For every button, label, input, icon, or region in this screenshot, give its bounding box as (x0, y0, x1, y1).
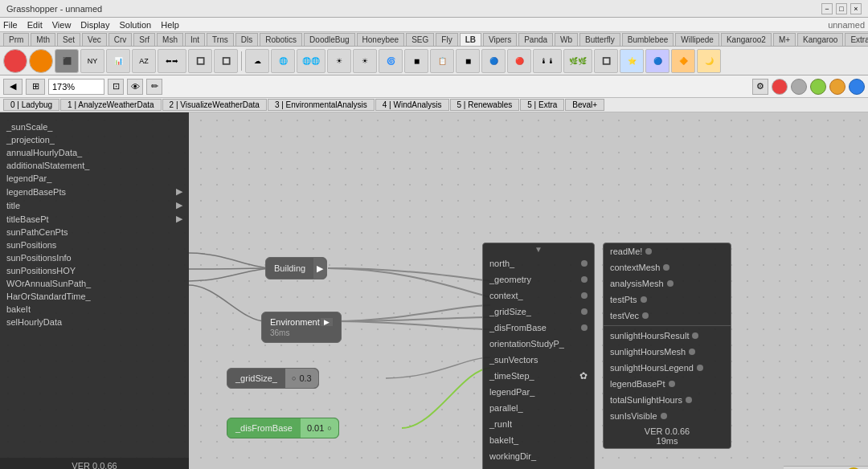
blue-button[interactable] (849, 79, 865, 95)
tab-msh[interactable]: Msh (157, 33, 183, 46)
tab-kangaroo[interactable]: Kangaroo (797, 33, 843, 46)
left-item-addlstatement[interactable]: additionalStatement_ (0, 159, 189, 172)
orange-button[interactable] (829, 79, 845, 95)
icon-red-circle[interactable] (3, 49, 27, 73)
zoom-expand-button[interactable]: ⊡ (108, 79, 124, 95)
canvas-tab-beval[interactable]: Beval+ (565, 99, 604, 111)
icon-17[interactable]: 🔵 (481, 49, 506, 73)
window-controls[interactable]: − □ × (821, 3, 862, 14)
icon-5[interactable]: ⬅➡ (158, 49, 186, 73)
tab-vec[interactable]: Vec (82, 33, 107, 46)
icon-15[interactable]: 📋 (430, 49, 454, 73)
left-item-harorstandardtime[interactable]: HarOrStandardTime_ (0, 290, 189, 303)
tab-panda[interactable]: Panda (518, 33, 553, 46)
left-item-projection[interactable]: _projection_ (0, 133, 189, 146)
tab-int[interactable]: Int (185, 33, 205, 46)
tab-mth[interactable]: Mth (31, 33, 55, 46)
view-eye-button[interactable]: 👁 (127, 79, 143, 95)
canvas-tab-visualizeweather[interactable]: 2 | VisualizeWeatherData (162, 99, 267, 111)
icon-6[interactable]: 🔲 (188, 49, 212, 73)
left-item-sunsclale[interactable]: _sunScale_ (0, 120, 189, 133)
gridsize-input-area[interactable]: ○ 0.3 (285, 369, 318, 388)
green-button[interactable] (810, 79, 826, 95)
icon-21[interactable]: 🔲 (594, 49, 618, 73)
icon-12[interactable]: ☀ (353, 49, 377, 73)
tab-wb[interactable]: Wb (555, 33, 578, 46)
icon-22[interactable]: ⭐ (620, 49, 644, 73)
tab-trns[interactable]: Trns (207, 33, 234, 46)
menu-view[interactable]: View (52, 20, 72, 30)
stop-button[interactable] (772, 79, 788, 95)
icon-2[interactable]: NY (80, 49, 104, 73)
settings-button[interactable]: ⚙ (752, 79, 768, 95)
nav-grid-button[interactable]: ⊞ (26, 79, 45, 95)
icon-10[interactable]: 🌐🌐 (297, 49, 326, 73)
disfrombase-node[interactable]: _disFromBase 0.01 ○ (227, 418, 339, 438)
left-item-selhourlydata[interactable]: selHourlyData (0, 316, 189, 328)
icon-16[interactable]: ◼ (456, 49, 480, 73)
canvas-tab-wind[interactable]: 4 | WindAnalysis (375, 99, 449, 111)
tab-bumblebee[interactable]: Bumblebee (622, 33, 674, 46)
icon-24[interactable]: 🔶 (671, 49, 695, 73)
left-item-sunpositionsinfo[interactable]: sunPositionsInfo (0, 251, 189, 264)
left-item-legendbasepts[interactable]: legendBasePts ▶ (0, 185, 189, 198)
tab-doodlebug[interactable]: DoodleBug (304, 33, 354, 46)
draw-button[interactable]: ✏ (146, 79, 162, 95)
menu-solution[interactable]: Solution (119, 20, 151, 30)
canvas-tab-environmental[interactable]: 3 | EnvironmentalAnalysis (268, 99, 375, 111)
menu-file[interactable]: File (3, 20, 18, 30)
icon-25[interactable]: 🌙 (697, 49, 721, 73)
icon-4[interactable]: AZ (132, 49, 156, 73)
left-item-legendpar[interactable]: legendPar_ (0, 172, 189, 185)
left-item-annualhourly[interactable]: annualHourlyData_ (0, 146, 189, 159)
icon-7[interactable]: 🔲 (214, 49, 238, 73)
menu-display[interactable]: Display (80, 20, 109, 30)
tab-extra[interactable]: Extra (845, 33, 868, 46)
icon-20[interactable]: 🌿🌿 (563, 49, 592, 73)
building-node[interactable]: Building ▶ (265, 257, 327, 279)
icon-9[interactable]: 🌐 (271, 49, 295, 73)
tab-fly[interactable]: Fly (436, 33, 457, 46)
left-item-title[interactable]: title ▶ (0, 198, 189, 212)
tab-robotics[interactable]: Robotics (260, 33, 302, 46)
icon-8[interactable]: ☁ (245, 49, 269, 73)
left-item-sunpositionshoy[interactable]: sunPositionsHOY (0, 264, 189, 277)
minimize-button[interactable]: − (821, 3, 833, 14)
tab-kangaroo2[interactable]: Kangaroo2 (721, 33, 772, 46)
icon-orange-circle[interactable] (29, 49, 53, 73)
gridsize-node[interactable]: _gridSize_ ○ 0.3 (227, 368, 319, 389)
tab-dls[interactable]: Dls (235, 33, 258, 46)
tab-vipers[interactable]: Vipers (483, 33, 517, 46)
tab-lb[interactable]: LB (460, 33, 481, 46)
nav-back-button[interactable]: ◀ (3, 79, 23, 95)
icon-13[interactable]: 🌀 (379, 49, 403, 73)
canvas-tab-ladybug[interactable]: 0 | Ladybug (3, 99, 59, 111)
tab-prm[interactable]: Prm (3, 33, 29, 46)
left-item-worannualsunpath[interactable]: WOrAnnualSunPath_ (0, 277, 189, 290)
menu-edit[interactable]: Edit (27, 20, 43, 30)
icon-1[interactable]: ⬛ (55, 49, 79, 73)
tab-honeybee[interactable]: Honeybee (357, 33, 405, 46)
tab-mplus[interactable]: M+ (773, 33, 796, 46)
icon-11[interactable]: ☀ (327, 49, 351, 73)
tab-crv[interactable]: Crv (108, 33, 133, 46)
left-item-titlebasept[interactable]: titleBasePt ▶ (0, 212, 189, 226)
icon-3[interactable]: 📊 (106, 49, 130, 73)
play-button[interactable] (791, 79, 807, 95)
close-button[interactable]: × (850, 3, 862, 14)
canvas-tab-extra[interactable]: 5 | Extra (520, 99, 564, 111)
maximize-button[interactable]: □ (836, 3, 847, 14)
left-item-bakeit[interactable]: bakeIt (0, 303, 189, 316)
left-item-sunpathcenpts[interactable]: sunPathCenPts (0, 226, 189, 239)
canvas-tab-renewables[interactable]: 5 | Renewables (450, 99, 520, 111)
icon-19[interactable]: 🌡🌡 (533, 49, 562, 73)
canvas-area[interactable]: _sunScale_ _projection_ annualHourlyData… (0, 112, 868, 469)
tab-seg[interactable]: SEG (406, 33, 434, 46)
canvas-tab-analyzeweather[interactable]: 1 | AnalyzeWeatherData (60, 99, 161, 111)
menu-help[interactable]: Help (161, 20, 179, 30)
environment-node[interactable]: Environment ▶ 36ms (261, 312, 342, 343)
tab-set[interactable]: Set (57, 33, 80, 46)
left-item-sunpositions[interactable]: sunPositions (0, 239, 189, 251)
icon-14[interactable]: ◼ (404, 49, 428, 73)
disfrombase-input-area[interactable]: 0.01 ○ (301, 418, 338, 438)
